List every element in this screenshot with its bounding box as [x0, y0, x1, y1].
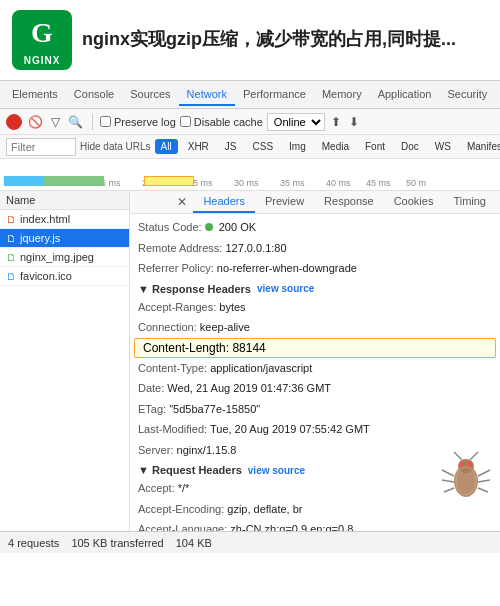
nginx-logo-name: NGINX [24, 55, 61, 66]
preserve-log-label[interactable]: Preserve log [100, 116, 176, 128]
timeline-bar-3 [144, 176, 194, 186]
nginx-logo: G NGINX [12, 10, 72, 70]
devtools-statusbar: 4 requests 105 KB transferred 104 KB [0, 531, 500, 553]
panel-tab-timing[interactable]: Timing [443, 191, 496, 213]
response-headers-title: ▼ Response Headers view source [130, 279, 500, 297]
date-key: Date: [138, 382, 164, 394]
record-button[interactable] [6, 114, 22, 130]
connection-key: Connection: [138, 321, 197, 333]
filter-ws[interactable]: WS [429, 139, 457, 154]
filter-doc[interactable]: Doc [395, 139, 425, 154]
connection-row: Connection: keep-alive [130, 317, 500, 338]
etag-row: ETag: "5d5ba77e-15850" [130, 399, 500, 420]
filter-button[interactable]: ▽ [49, 115, 62, 129]
tick-35ms: 35 ms [280, 178, 305, 188]
tab-sources[interactable]: Sources [122, 84, 178, 106]
panel-tab-response[interactable]: Response [314, 191, 384, 213]
view-source-request[interactable]: view source [248, 465, 305, 476]
tab-security[interactable]: Security [439, 84, 495, 106]
file-list-header: Name [0, 191, 129, 210]
transferred-size: 105 KB transferred [71, 537, 163, 549]
filter-all[interactable]: All [155, 139, 178, 154]
file-list: Name 🗋 index.html 🗋 jquery.js 🗋 nginx_im… [0, 191, 130, 531]
tab-memory[interactable]: Memory [314, 84, 370, 106]
accept-encoding-val: gzip, deflate, br [227, 503, 302, 515]
last-modified-key: Last-Modified: [138, 423, 207, 435]
panel-tab-cookies[interactable]: Cookies [384, 191, 444, 213]
disable-cache-label[interactable]: Disable cache [180, 116, 263, 128]
filter-input[interactable] [6, 138, 76, 156]
filter-img[interactable]: Img [283, 139, 312, 154]
accept-language-key: Accept-Language: [138, 523, 227, 531]
devtools-tabbar: Elements Console Sources Network Perform… [0, 81, 500, 109]
hide-data-urls-label: Hide data URLs [80, 141, 151, 152]
accept-encoding-row: Accept-Encoding: gzip, deflate, br [130, 499, 500, 520]
file-icon-img: 🗋 [6, 252, 16, 263]
file-name-index-html: index.html [20, 213, 70, 225]
file-item-favicon-ico[interactable]: 🗋 favicon.ico [0, 267, 129, 286]
accept-ranges-val: bytes [219, 301, 245, 313]
preserve-log-checkbox[interactable] [100, 116, 111, 127]
tab-network[interactable]: Network [179, 84, 235, 106]
devtools-main: Name 🗋 index.html 🗋 jquery.js 🗋 nginx_im… [0, 191, 500, 531]
remote-address-value: 127.0.0.1:80 [225, 242, 286, 254]
tab-elements[interactable]: Elements [4, 84, 66, 106]
headers-panel: ✕ Headers Preview Response Cookies Timin… [130, 191, 500, 531]
download-button[interactable]: ⬇ [347, 115, 361, 129]
status-dot [205, 223, 213, 231]
panel-tab-preview[interactable]: Preview [255, 191, 314, 213]
accept-ranges-row: Accept-Ranges: bytes [130, 297, 500, 318]
server-val: nginx/1.15.8 [177, 444, 237, 456]
tick-40ms: 40 ms [326, 178, 351, 188]
file-icon-js: 🗋 [6, 233, 16, 244]
file-icon-ico: 🗋 [6, 271, 16, 282]
status-code-key: Status Code: [138, 221, 202, 233]
view-source-response[interactable]: view source [257, 283, 314, 294]
accept-language-row: Accept-Language: zh-CN,zh;q=0.9,en;q=0.8 [130, 519, 500, 531]
tick-45ms: 45 ms [366, 178, 391, 188]
disable-cache-text: Disable cache [194, 116, 263, 128]
status-code-row: Status Code: 200 OK [130, 214, 500, 238]
file-item-nginx-img[interactable]: 🗋 nginx_img.jpeg [0, 248, 129, 267]
filter-manifest[interactable]: Manifest [461, 139, 500, 154]
server-row: Server: nginx/1.15.8 [130, 440, 500, 461]
panel-tabs: ✕ Headers Preview Response Cookies Timin… [130, 191, 500, 214]
panel-tab-headers[interactable]: Headers [193, 191, 255, 213]
filter-xhr[interactable]: XHR [182, 139, 215, 154]
disable-cache-checkbox[interactable] [180, 116, 191, 127]
etag-key: ETag: [138, 403, 166, 415]
upload-button[interactable]: ⬆ [329, 115, 343, 129]
accept-ranges-key: Accept-Ranges: [138, 301, 216, 313]
date-val: Wed, 21 Aug 2019 01:47:36 GMT [167, 382, 331, 394]
tab-console[interactable]: Console [66, 84, 122, 106]
file-item-jquery-js[interactable]: 🗋 jquery.js [0, 229, 129, 248]
clear-button[interactable]: 🚫 [26, 115, 45, 129]
filter-js[interactable]: JS [219, 139, 243, 154]
file-name-jquery-js: jquery.js [20, 232, 60, 244]
request-headers-title: ▼ Request Headers view source [130, 460, 500, 478]
content-length-row: Content-Length: 88144 [134, 338, 496, 358]
throttle-select[interactable]: Online [267, 113, 325, 131]
filter-css[interactable]: CSS [247, 139, 280, 154]
filter-media[interactable]: Media [316, 139, 355, 154]
search-button[interactable]: 🔍 [66, 115, 85, 129]
last-modified-row: Last-Modified: Tue, 20 Aug 2019 07:55:42… [130, 419, 500, 440]
date-row: Date: Wed, 21 Aug 2019 01:47:36 GMT [130, 378, 500, 399]
name-column-header: Name [6, 194, 35, 206]
tick-30ms: 30 ms [234, 178, 259, 188]
close-panel-button[interactable]: ✕ [171, 191, 193, 213]
content-type-key: Content-Type: [138, 362, 207, 374]
svg-text:G: G [31, 17, 53, 48]
accept-val: */* [178, 482, 190, 494]
filter-font[interactable]: Font [359, 139, 391, 154]
timeline-bar-1 [4, 176, 44, 186]
timeline: 5 ms 10 ms 15 ms 20 ms 25 ms 30 ms 35 ms… [0, 159, 500, 191]
remote-address-key: Remote Address: [138, 242, 222, 254]
accept-row: Accept: */* [130, 478, 500, 499]
timeline-ruler: 5 ms 10 ms 15 ms 20 ms 25 ms 30 ms 35 ms… [0, 159, 500, 190]
separator-1 [92, 114, 93, 130]
tab-performance[interactable]: Performance [235, 84, 314, 106]
file-item-index-html[interactable]: 🗋 index.html [0, 210, 129, 229]
devtools-panel: Elements Console Sources Network Perform… [0, 80, 500, 553]
tab-application[interactable]: Application [370, 84, 440, 106]
